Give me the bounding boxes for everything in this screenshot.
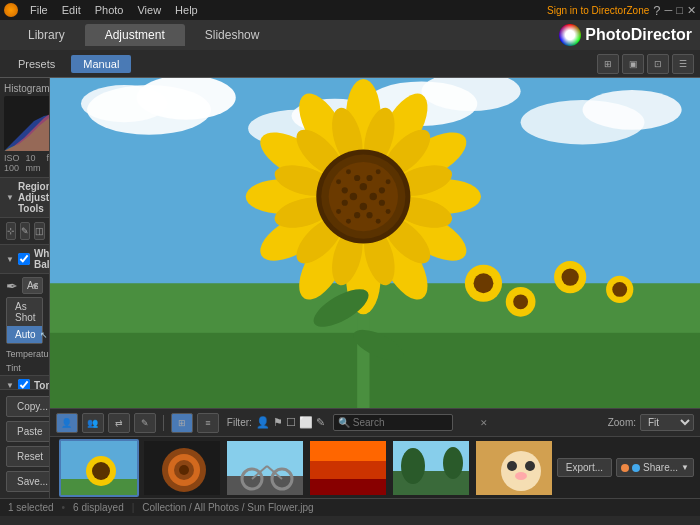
copy-button[interactable]: Copy... [6,396,50,417]
thumbnail-6[interactable] [474,439,554,497]
edit-icon-btn[interactable]: ✎ [134,413,156,433]
filter-star-icon[interactable]: ☐ [286,416,296,429]
displayed-count: 6 displayed [73,502,124,513]
tone-header[interactable]: ▼ Tone [0,376,49,389]
svg-point-57 [354,212,360,218]
thumbnail-2[interactable] [142,439,222,497]
filter-icons: 👤 ⚑ ☐ ⬜ ✎ [256,416,325,429]
svg-rect-87 [310,479,388,497]
share-dot-2 [632,464,640,472]
menu-edit[interactable]: Edit [56,2,87,18]
regional-tools-header[interactable]: ▼ Regional Adjustment Tools 👁 [0,178,49,218]
filter-person-icon[interactable]: 👤 [256,416,270,429]
minimize-button[interactable]: ─ [665,4,673,16]
maximize-button[interactable]: □ [676,4,683,16]
list-view-btn[interactable]: ≡ [197,413,219,433]
temperature-label: Temperature [6,349,49,359]
thumbnail-4[interactable] [308,439,388,497]
thumbnail-1[interactable] [59,439,139,497]
wb-header[interactable]: ▼ White Balance [0,245,49,274]
view-icons: ⊞ ▣ ⊡ ☰ [597,54,694,74]
menu-photo[interactable]: Photo [89,2,130,18]
share-button[interactable]: Share... ▼ [616,458,694,477]
search-input[interactable] [353,417,480,428]
svg-point-54 [379,187,385,193]
view-list-icon[interactable]: ☰ [672,54,694,74]
view-single-icon[interactable]: ▣ [622,54,644,74]
svg-point-51 [359,183,366,190]
question-icon[interactable]: ? [653,3,660,18]
svg-point-55 [341,187,347,193]
app-icon [4,3,18,17]
svg-point-93 [501,451,541,491]
top-nav: Library Adjustment Slideshow PhotoDirect… [0,20,700,50]
photo-main [50,78,700,408]
subtab-manual[interactable]: Manual [71,55,131,73]
auto-cursor-icon: ↖ [40,330,48,340]
filter-color-icon[interactable]: ⬜ [299,416,313,429]
view-compare-icon[interactable]: ⊡ [647,54,669,74]
svg-point-91 [443,447,463,479]
wb-dropper-icon[interactable]: ✒ [6,278,18,294]
svg-point-15 [513,294,528,309]
reset-button[interactable]: Reset [6,446,50,467]
wb-option-asshot[interactable]: As Shot [7,298,42,326]
tone-checkbox[interactable] [18,379,30,389]
wb-option-auto[interactable]: Auto ↖ [7,326,42,343]
search-icon: 🔍 [338,417,350,428]
sub-nav: Presets Manual ⊞ ▣ ⊡ ☰ [0,50,700,78]
svg-point-61 [336,209,341,214]
person-icon-btn[interactable]: 👤 [56,413,78,433]
subtab-presets[interactable]: Presets [6,55,67,73]
menu-file[interactable]: File [24,2,54,18]
view-grid-icon[interactable]: ⊞ [597,54,619,74]
thumbnail-5[interactable] [391,439,471,497]
hist-mm: 10 mm [26,153,41,173]
status-sep-2: | [132,502,135,513]
zoom-select[interactable]: Fit 25% 50% 100% [640,414,694,431]
filmstrip-toolbar: 👤 👥 ⇄ ✎ ⊞ ≡ Filter: 👤 ⚑ ☐ ⬜ ✎ 🔍 [50,409,700,437]
title-bar: File Edit Photo View Help Sign in to Dir… [0,0,700,20]
gradient-tool-icon[interactable]: ◫ [34,222,45,240]
toolbar-divider [163,415,164,431]
tab-library[interactable]: Library [8,24,85,46]
wb-temperature-row: Temperature [0,347,49,361]
filter-pencil-icon[interactable]: ✎ [316,416,325,429]
scroll-panel[interactable]: ▼ Regional Adjustment Tools 👁 ⊹ ✎ ◫ ◎ 🎨 … [0,178,49,389]
folder-icon-btn[interactable]: ⇄ [108,413,130,433]
thumbnail-3[interactable] [225,439,305,497]
hist-iso: ISO 100 [4,153,20,173]
svg-point-48 [369,193,376,200]
tone-caret-icon: ▼ [6,381,14,390]
tab-slideshow[interactable]: Slideshow [185,24,280,46]
sign-in-link[interactable]: Sign in to DirectorZone [547,5,649,16]
menu-help[interactable]: Help [169,2,204,18]
svg-point-13 [473,273,493,293]
menu-view[interactable]: View [131,2,167,18]
export-button[interactable]: Export... [557,458,612,477]
svg-point-63 [336,179,341,184]
wb-checkbox[interactable] [18,253,30,265]
tone-section-label: Tone [34,380,49,390]
filter-flag-icon[interactable]: ⚑ [273,416,283,429]
wb-select[interactable]: As Shot Auto Daylight Cloudy Custom [22,277,43,294]
search-clear-icon[interactable]: ✕ [480,418,488,428]
save-button[interactable]: Save... [6,471,50,492]
svg-point-95 [525,461,535,471]
svg-point-52 [379,200,385,206]
gear-area: Sign in to DirectorZone ? ─ □ ✕ [547,3,696,18]
app-logo-icon [559,24,581,46]
selection-tool-icon[interactable]: ⊹ [6,222,16,240]
zoom-label: Zoom: [608,417,636,428]
photo-svg [50,78,700,408]
svg-point-64 [376,219,381,224]
svg-point-19 [612,282,627,297]
tab-adjustment[interactable]: Adjustment [85,24,185,46]
paste-button[interactable]: Paste [6,421,50,442]
svg-point-62 [385,179,390,184]
svg-point-53 [341,200,347,206]
brush-tool-icon[interactable]: ✎ [20,222,30,240]
close-button[interactable]: ✕ [687,4,696,17]
grid-view-btn[interactable]: ⊞ [171,413,193,433]
people-icon-btn[interactable]: 👥 [82,413,104,433]
